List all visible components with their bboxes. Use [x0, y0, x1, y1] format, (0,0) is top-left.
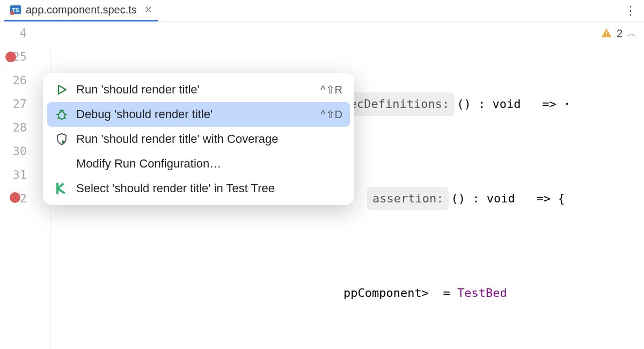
bug-icon [55, 107, 69, 121]
blank-icon [55, 157, 69, 171]
svg-point-2 [10, 11, 14, 15]
play-icon [55, 83, 69, 97]
svg-line-9 [64, 118, 66, 119]
menu-item-select-test-tree[interactable]: Select 'should render title' in Test Tre… [47, 176, 350, 201]
line-number: 28 [0, 116, 27, 140]
karma-icon [55, 181, 69, 195]
line-number: 27 [0, 92, 27, 116]
menu-item-modify-config[interactable]: Modify Run Configuration… [47, 151, 350, 176]
svg-line-8 [57, 118, 59, 119]
typescript-file-icon: TS [10, 4, 21, 16]
line-number: 26 [0, 69, 27, 92]
code-line: ppComponent> = TestBed [43, 281, 644, 305]
shield-play-icon [55, 132, 69, 146]
breakpoint-icon[interactable] [5, 52, 16, 62]
breakpoint-icon[interactable] [10, 192, 20, 203]
svg-point-5 [58, 112, 65, 119]
close-icon[interactable]: ✕ [144, 4, 152, 16]
menu-item-run[interactable]: Run 'should render title' ^⇧R [47, 77, 350, 102]
kebab-menu-icon[interactable]: ⋮ [621, 4, 640, 18]
line-number: 30 [0, 140, 27, 163]
line-number: 31 [0, 163, 27, 187]
menu-item-debug[interactable]: Debug 'should render title' ^⇧D [47, 102, 350, 127]
line-number: 4 [0, 21, 27, 45]
menu-item-coverage[interactable]: Run 'should render title' with Coverage [47, 127, 350, 151]
gutter-context-menu: Run 'should render title' ^⇧R Debug 'sho… [43, 73, 354, 205]
file-tab[interactable]: TS app.component.spec.ts ✕ [4, 0, 158, 21]
tab-filename: app.component.spec.ts [26, 4, 137, 16]
gutter[interactable]: 4 25 26 27 28 30 31 32 [0, 21, 32, 349]
